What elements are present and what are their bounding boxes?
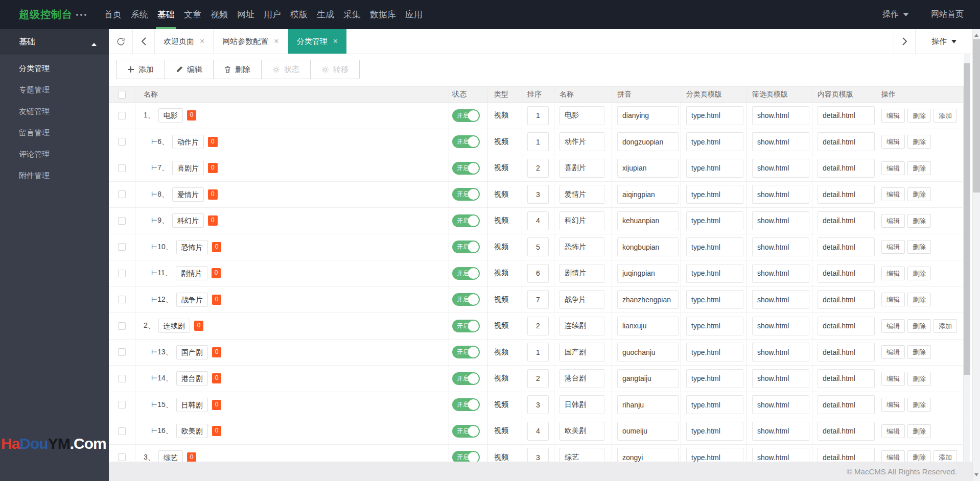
type-template-input[interactable]: [686, 211, 743, 230]
pinyin-input[interactable]: [617, 369, 679, 388]
row-edit-button[interactable]: 编辑: [881, 398, 905, 412]
pinyin-input[interactable]: [617, 264, 679, 283]
row-edit-button[interactable]: 编辑: [881, 293, 905, 306]
status-toggle[interactable]: 开启: [452, 346, 480, 358]
content-template-input[interactable]: [818, 422, 875, 441]
close-icon[interactable]: ×: [274, 37, 278, 45]
sort-input[interactable]: [527, 290, 549, 309]
filter-template-input[interactable]: [752, 290, 809, 309]
sort-input[interactable]: [527, 395, 549, 414]
category-name-box[interactable]: 剧情片: [176, 266, 207, 280]
category-name-box[interactable]: 日韩剧: [176, 398, 208, 412]
category-name-box[interactable]: 爱情片: [172, 187, 204, 202]
sort-input[interactable]: [527, 369, 549, 388]
pinyin-input[interactable]: [617, 159, 679, 178]
content-template-input[interactable]: [818, 448, 875, 462]
type-template-input[interactable]: [686, 317, 743, 335]
row-checkbox[interactable]: [118, 322, 126, 330]
content-scrollbar-thumb[interactable]: [964, 63, 970, 375]
type-template-input[interactable]: [686, 237, 743, 256]
filter-template-input[interactable]: [752, 343, 809, 362]
pinyin-input[interactable]: [617, 422, 679, 441]
filter-template-input[interactable]: [752, 211, 809, 230]
name-input[interactable]: [559, 317, 604, 335]
status-toggle[interactable]: 开启: [452, 188, 480, 201]
sidebar-section-basic[interactable]: 基础: [0, 29, 109, 55]
status-toggle[interactable]: 开启: [452, 162, 480, 175]
row-delete-button[interactable]: 删除: [907, 450, 931, 462]
status-button[interactable]: 状态: [261, 60, 311, 79]
status-toggle[interactable]: 开启: [452, 398, 480, 411]
row-edit-button[interactable]: 编辑: [881, 372, 905, 386]
pinyin-input[interactable]: [617, 106, 679, 125]
name-input[interactable]: [559, 185, 604, 204]
row-checkbox[interactable]: [118, 164, 126, 172]
content-template-input[interactable]: [818, 106, 875, 125]
topnav-item[interactable]: 文章: [179, 0, 206, 29]
name-input[interactable]: [559, 132, 604, 151]
window-scrollbar-thumb[interactable]: [973, 39, 980, 193]
status-toggle[interactable]: 开启: [452, 240, 480, 253]
filter-template-input[interactable]: [752, 369, 809, 388]
type-template-input[interactable]: [686, 159, 743, 178]
close-icon[interactable]: ×: [200, 37, 204, 45]
topbar-ops-dropdown[interactable]: 操作: [882, 9, 908, 20]
sort-input[interactable]: [527, 343, 549, 362]
row-edit-button[interactable]: 编辑: [881, 109, 905, 123]
topnav-item[interactable]: 模版: [286, 0, 312, 29]
topnav-item[interactable]: 视频: [206, 0, 232, 29]
row-delete-button[interactable]: 删除: [907, 293, 931, 306]
type-template-input[interactable]: [686, 422, 743, 441]
site-home-link[interactable]: 网站首页: [931, 9, 964, 20]
topnav-item[interactable]: 用户: [259, 0, 286, 29]
row-edit-button[interactable]: 编辑: [881, 135, 905, 149]
tabs-scroll-left-button[interactable]: [133, 29, 155, 54]
row-delete-button[interactable]: 删除: [907, 240, 931, 254]
row-checkbox[interactable]: [118, 427, 126, 435]
sidebar-item[interactable]: 友链管理: [0, 101, 109, 122]
row-delete-button[interactable]: 删除: [907, 319, 931, 333]
status-toggle[interactable]: 开启: [452, 293, 480, 306]
filter-template-input[interactable]: [752, 106, 809, 125]
category-name-box[interactable]: 恐怖片: [176, 240, 208, 254]
pinyin-input[interactable]: [617, 237, 679, 256]
sidebar-item[interactable]: 评论管理: [0, 143, 109, 165]
filter-template-input[interactable]: [752, 422, 809, 441]
pinyin-input[interactable]: [617, 448, 679, 462]
tab[interactable]: 分类管理 ×: [288, 29, 347, 54]
row-add-button[interactable]: 添加: [934, 109, 957, 123]
category-name-box[interactable]: 港台剧: [176, 371, 208, 386]
filter-template-input[interactable]: [752, 132, 809, 151]
row-checkbox[interactable]: [118, 138, 126, 146]
sort-input[interactable]: [527, 106, 549, 125]
content-template-input[interactable]: [818, 369, 875, 388]
type-template-input[interactable]: [686, 106, 743, 125]
type-template-input[interactable]: [686, 290, 743, 309]
filter-template-input[interactable]: [752, 264, 809, 283]
row-delete-button[interactable]: 删除: [907, 161, 931, 175]
pinyin-input[interactable]: [617, 343, 679, 362]
name-input[interactable]: [559, 448, 604, 462]
row-checkbox[interactable]: [118, 375, 126, 382]
pinyin-input[interactable]: [617, 132, 679, 151]
sort-input[interactable]: [527, 211, 549, 230]
content-template-input[interactable]: [818, 211, 875, 230]
row-checkbox[interactable]: [118, 348, 126, 356]
category-name-box[interactable]: 欧美剧: [176, 424, 208, 438]
row-add-button[interactable]: 添加: [934, 319, 957, 333]
topnav-item[interactable]: 基础: [153, 0, 179, 29]
name-input[interactable]: [559, 211, 604, 230]
row-delete-button[interactable]: 删除: [907, 267, 931, 280]
topnav-item[interactable]: 系统: [126, 0, 153, 29]
row-checkbox[interactable]: [118, 190, 126, 198]
name-input[interactable]: [559, 159, 604, 178]
row-edit-button[interactable]: 编辑: [881, 214, 905, 228]
transfer-button[interactable]: 转移: [310, 60, 360, 79]
row-delete-button[interactable]: 删除: [907, 187, 931, 201]
type-template-input[interactable]: [686, 185, 743, 204]
filter-template-input[interactable]: [752, 395, 809, 414]
status-toggle[interactable]: 开启: [452, 109, 480, 122]
edit-button[interactable]: 编辑: [165, 60, 214, 79]
topnav-item[interactable]: 采集: [339, 0, 365, 29]
row-edit-button[interactable]: 编辑: [881, 424, 905, 438]
